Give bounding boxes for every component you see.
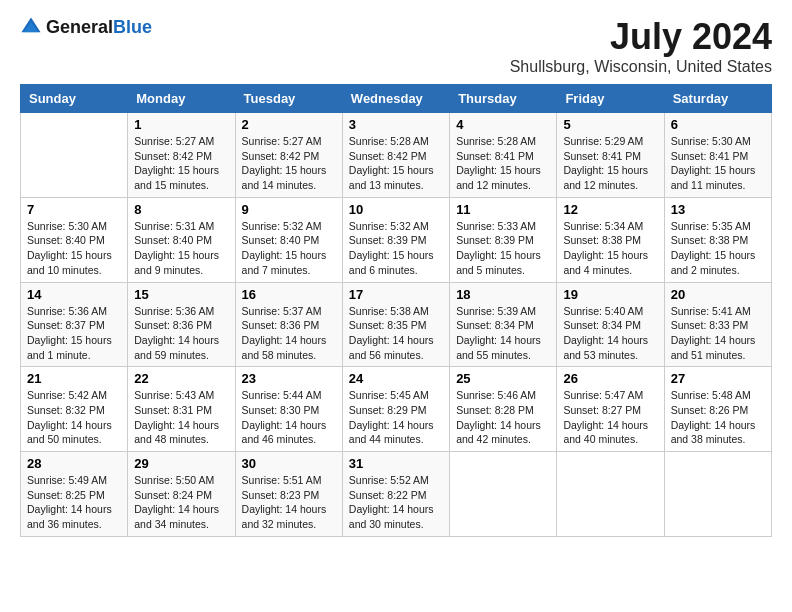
- day-info: Sunrise: 5:38 AM Sunset: 8:35 PM Dayligh…: [349, 304, 443, 363]
- main-title: July 2024: [510, 16, 772, 58]
- calendar-cell: 11Sunrise: 5:33 AM Sunset: 8:39 PM Dayli…: [450, 197, 557, 282]
- day-info: Sunrise: 5:51 AM Sunset: 8:23 PM Dayligh…: [242, 473, 336, 532]
- day-number: 21: [27, 371, 121, 386]
- calendar-cell: 17Sunrise: 5:38 AM Sunset: 8:35 PM Dayli…: [342, 282, 449, 367]
- day-info: Sunrise: 5:34 AM Sunset: 8:38 PM Dayligh…: [563, 219, 657, 278]
- header-sunday: Sunday: [21, 85, 128, 113]
- calendar-cell: [450, 452, 557, 537]
- day-info: Sunrise: 5:30 AM Sunset: 8:41 PM Dayligh…: [671, 134, 765, 193]
- calendar-cell: 28Sunrise: 5:49 AM Sunset: 8:25 PM Dayli…: [21, 452, 128, 537]
- day-number: 17: [349, 287, 443, 302]
- logo: GeneralBlue: [20, 16, 152, 38]
- day-info: Sunrise: 5:29 AM Sunset: 8:41 PM Dayligh…: [563, 134, 657, 193]
- header-saturday: Saturday: [664, 85, 771, 113]
- calendar-cell: 8Sunrise: 5:31 AM Sunset: 8:40 PM Daylig…: [128, 197, 235, 282]
- calendar-cell: 4Sunrise: 5:28 AM Sunset: 8:41 PM Daylig…: [450, 113, 557, 198]
- day-number: 31: [349, 456, 443, 471]
- day-number: 29: [134, 456, 228, 471]
- calendar-cell: 15Sunrise: 5:36 AM Sunset: 8:36 PM Dayli…: [128, 282, 235, 367]
- day-info: Sunrise: 5:39 AM Sunset: 8:34 PM Dayligh…: [456, 304, 550, 363]
- day-number: 1: [134, 117, 228, 132]
- day-number: 11: [456, 202, 550, 217]
- day-number: 2: [242, 117, 336, 132]
- calendar-cell: 14Sunrise: 5:36 AM Sunset: 8:37 PM Dayli…: [21, 282, 128, 367]
- day-info: Sunrise: 5:46 AM Sunset: 8:28 PM Dayligh…: [456, 388, 550, 447]
- day-info: Sunrise: 5:27 AM Sunset: 8:42 PM Dayligh…: [242, 134, 336, 193]
- day-info: Sunrise: 5:35 AM Sunset: 8:38 PM Dayligh…: [671, 219, 765, 278]
- calendar-cell: 12Sunrise: 5:34 AM Sunset: 8:38 PM Dayli…: [557, 197, 664, 282]
- day-number: 20: [671, 287, 765, 302]
- day-number: 5: [563, 117, 657, 132]
- day-info: Sunrise: 5:44 AM Sunset: 8:30 PM Dayligh…: [242, 388, 336, 447]
- day-number: 28: [27, 456, 121, 471]
- header-thursday: Thursday: [450, 85, 557, 113]
- day-number: 15: [134, 287, 228, 302]
- day-info: Sunrise: 5:41 AM Sunset: 8:33 PM Dayligh…: [671, 304, 765, 363]
- calendar-cell: 24Sunrise: 5:45 AM Sunset: 8:29 PM Dayli…: [342, 367, 449, 452]
- calendar-cell: [557, 452, 664, 537]
- day-info: Sunrise: 5:48 AM Sunset: 8:26 PM Dayligh…: [671, 388, 765, 447]
- day-number: 23: [242, 371, 336, 386]
- day-info: Sunrise: 5:36 AM Sunset: 8:37 PM Dayligh…: [27, 304, 121, 363]
- day-number: 30: [242, 456, 336, 471]
- day-info: Sunrise: 5:30 AM Sunset: 8:40 PM Dayligh…: [27, 219, 121, 278]
- calendar-cell: 6Sunrise: 5:30 AM Sunset: 8:41 PM Daylig…: [664, 113, 771, 198]
- header-wednesday: Wednesday: [342, 85, 449, 113]
- calendar-cell: 5Sunrise: 5:29 AM Sunset: 8:41 PM Daylig…: [557, 113, 664, 198]
- calendar-cell: 20Sunrise: 5:41 AM Sunset: 8:33 PM Dayli…: [664, 282, 771, 367]
- day-number: 6: [671, 117, 765, 132]
- calendar-cell: 26Sunrise: 5:47 AM Sunset: 8:27 PM Dayli…: [557, 367, 664, 452]
- calendar-cell: 21Sunrise: 5:42 AM Sunset: 8:32 PM Dayli…: [21, 367, 128, 452]
- day-number: 26: [563, 371, 657, 386]
- day-number: 16: [242, 287, 336, 302]
- day-info: Sunrise: 5:43 AM Sunset: 8:31 PM Dayligh…: [134, 388, 228, 447]
- calendar-cell: [21, 113, 128, 198]
- calendar-cell: 18Sunrise: 5:39 AM Sunset: 8:34 PM Dayli…: [450, 282, 557, 367]
- calendar-cell: 9Sunrise: 5:32 AM Sunset: 8:40 PM Daylig…: [235, 197, 342, 282]
- calendar-cell: 27Sunrise: 5:48 AM Sunset: 8:26 PM Dayli…: [664, 367, 771, 452]
- calendar-cell: 13Sunrise: 5:35 AM Sunset: 8:38 PM Dayli…: [664, 197, 771, 282]
- header-tuesday: Tuesday: [235, 85, 342, 113]
- day-number: 25: [456, 371, 550, 386]
- calendar-cell: 3Sunrise: 5:28 AM Sunset: 8:42 PM Daylig…: [342, 113, 449, 198]
- day-number: 13: [671, 202, 765, 217]
- calendar-week-row: 21Sunrise: 5:42 AM Sunset: 8:32 PM Dayli…: [21, 367, 772, 452]
- day-number: 12: [563, 202, 657, 217]
- day-number: 10: [349, 202, 443, 217]
- page-header: GeneralBlue July 2024 Shullsburg, Wiscon…: [20, 16, 772, 76]
- day-info: Sunrise: 5:47 AM Sunset: 8:27 PM Dayligh…: [563, 388, 657, 447]
- calendar-cell: 10Sunrise: 5:32 AM Sunset: 8:39 PM Dayli…: [342, 197, 449, 282]
- calendar-cell: 22Sunrise: 5:43 AM Sunset: 8:31 PM Dayli…: [128, 367, 235, 452]
- day-info: Sunrise: 5:33 AM Sunset: 8:39 PM Dayligh…: [456, 219, 550, 278]
- day-info: Sunrise: 5:40 AM Sunset: 8:34 PM Dayligh…: [563, 304, 657, 363]
- title-area: July 2024 Shullsburg, Wisconsin, United …: [510, 16, 772, 76]
- header-friday: Friday: [557, 85, 664, 113]
- day-number: 27: [671, 371, 765, 386]
- calendar-table: SundayMondayTuesdayWednesdayThursdayFrid…: [20, 84, 772, 537]
- day-info: Sunrise: 5:36 AM Sunset: 8:36 PM Dayligh…: [134, 304, 228, 363]
- calendar-cell: 7Sunrise: 5:30 AM Sunset: 8:40 PM Daylig…: [21, 197, 128, 282]
- day-info: Sunrise: 5:50 AM Sunset: 8:24 PM Dayligh…: [134, 473, 228, 532]
- calendar-cell: 30Sunrise: 5:51 AM Sunset: 8:23 PM Dayli…: [235, 452, 342, 537]
- calendar-cell: [664, 452, 771, 537]
- calendar-cell: 23Sunrise: 5:44 AM Sunset: 8:30 PM Dayli…: [235, 367, 342, 452]
- day-info: Sunrise: 5:27 AM Sunset: 8:42 PM Dayligh…: [134, 134, 228, 193]
- day-info: Sunrise: 5:31 AM Sunset: 8:40 PM Dayligh…: [134, 219, 228, 278]
- day-info: Sunrise: 5:32 AM Sunset: 8:40 PM Dayligh…: [242, 219, 336, 278]
- calendar-cell: 16Sunrise: 5:37 AM Sunset: 8:36 PM Dayli…: [235, 282, 342, 367]
- day-number: 3: [349, 117, 443, 132]
- day-info: Sunrise: 5:37 AM Sunset: 8:36 PM Dayligh…: [242, 304, 336, 363]
- day-number: 24: [349, 371, 443, 386]
- day-number: 22: [134, 371, 228, 386]
- day-info: Sunrise: 5:52 AM Sunset: 8:22 PM Dayligh…: [349, 473, 443, 532]
- day-number: 14: [27, 287, 121, 302]
- calendar-week-row: 14Sunrise: 5:36 AM Sunset: 8:37 PM Dayli…: [21, 282, 772, 367]
- day-number: 19: [563, 287, 657, 302]
- day-number: 18: [456, 287, 550, 302]
- day-number: 4: [456, 117, 550, 132]
- day-info: Sunrise: 5:45 AM Sunset: 8:29 PM Dayligh…: [349, 388, 443, 447]
- day-info: Sunrise: 5:32 AM Sunset: 8:39 PM Dayligh…: [349, 219, 443, 278]
- day-info: Sunrise: 5:42 AM Sunset: 8:32 PM Dayligh…: [27, 388, 121, 447]
- logo-general: General: [46, 17, 113, 37]
- calendar-cell: 31Sunrise: 5:52 AM Sunset: 8:22 PM Dayli…: [342, 452, 449, 537]
